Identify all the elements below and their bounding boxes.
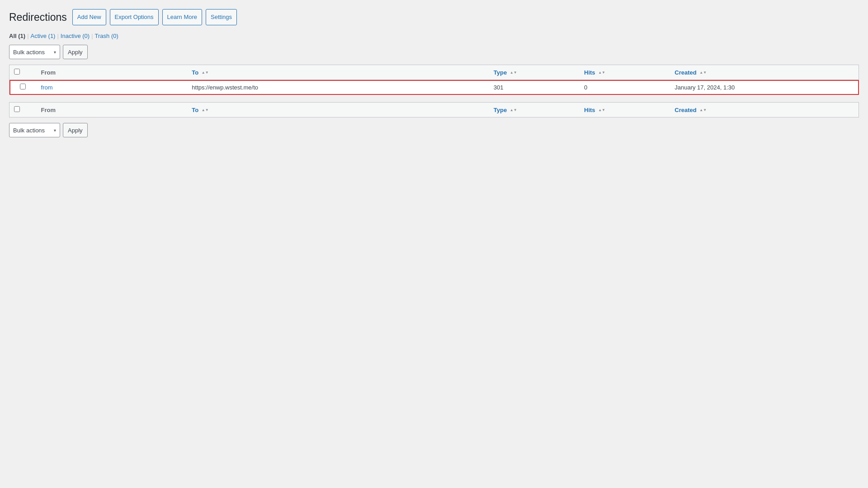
top-apply-button[interactable]: Apply: [63, 45, 88, 59]
add-new-button[interactable]: Add New: [72, 9, 106, 25]
select-all-checkbox-bottom[interactable]: [14, 106, 20, 112]
filter-inactive[interactable]: Inactive (0): [61, 33, 90, 39]
filter-links: All (1) | Active (1) | Inactive (0) | Tr…: [9, 33, 859, 39]
bottom-select-all-header[interactable]: [9, 103, 37, 117]
bottom-bulk-actions-chevron-icon: ▾: [54, 128, 56, 133]
bottom-col-header-to[interactable]: To ▲▼: [187, 103, 489, 117]
row-from-link[interactable]: from: [41, 84, 53, 91]
select-all-checkbox-top[interactable]: [14, 69, 20, 75]
filter-all[interactable]: All (1): [9, 33, 25, 39]
filter-active[interactable]: Active (1): [31, 33, 56, 39]
bottom-bulk-actions-select[interactable]: Bulk actions ▾: [9, 123, 60, 137]
select-all-header[interactable]: [9, 65, 37, 80]
row-checkbox[interactable]: [20, 84, 26, 89]
row-from-cell: from: [37, 80, 188, 95]
col-header-from: From: [37, 65, 188, 80]
col-header-hits[interactable]: Hits ▲▼: [580, 65, 670, 80]
settings-button[interactable]: Settings: [206, 9, 237, 25]
top-bulk-actions-chevron-icon: ▾: [54, 50, 56, 55]
hits-sort-icon: ▲▼: [598, 71, 605, 75]
page-title: Redirections: [9, 11, 67, 23]
bottom-apply-button[interactable]: Apply: [63, 123, 88, 137]
bottom-table-section: From To ▲▼ Type ▲▼ Hits ▲▼ Created: [9, 102, 859, 117]
bottom-col-header-type[interactable]: Type ▲▼: [489, 103, 580, 117]
bottom-col-header-from: From: [37, 103, 188, 117]
top-bulk-actions-bar: Bulk actions ▾ Apply: [9, 45, 859, 59]
col-header-created[interactable]: Created ▲▼: [670, 65, 859, 80]
bottom-created-sort-icon: ▲▼: [699, 108, 707, 112]
top-table-section: From To ▲▼ Type ▲▼ Hits ▲▼ Created: [9, 65, 859, 95]
top-bulk-actions-label: Bulk actions: [13, 49, 45, 56]
bottom-col-header-hits[interactable]: Hits ▲▼: [580, 103, 670, 117]
table-row: from https://enwp.wstest.me/to 301 0 Jan…: [9, 80, 859, 95]
redirections-table-top: From To ▲▼ Type ▲▼ Hits ▲▼ Created: [9, 65, 859, 95]
to-sort-icon: ▲▼: [202, 71, 209, 75]
bottom-bulk-actions-bar: Bulk actions ▾ Apply: [9, 123, 859, 137]
row-checkbox-cell[interactable]: [9, 80, 37, 95]
redirections-table-bottom: From To ▲▼ Type ▲▼ Hits ▲▼ Created: [9, 102, 859, 117]
row-to-cell: https://enwp.wstest.me/to: [187, 80, 489, 95]
table-header-row: From To ▲▼ Type ▲▼ Hits ▲▼ Created: [9, 65, 859, 80]
filter-trash[interactable]: Trash (0): [95, 33, 118, 39]
col-header-to[interactable]: To ▲▼: [187, 65, 489, 80]
bottom-to-sort-icon: ▲▼: [202, 108, 209, 112]
row-type-cell: 301: [489, 80, 580, 95]
export-options-button[interactable]: Export Options: [110, 9, 159, 25]
learn-more-button[interactable]: Learn More: [162, 9, 202, 25]
bottom-col-header-created[interactable]: Created ▲▼: [670, 103, 859, 117]
type-sort-icon: ▲▼: [510, 71, 517, 75]
row-hits-cell: 0: [580, 80, 670, 95]
bottom-hits-sort-icon: ▲▼: [598, 108, 605, 112]
top-bulk-actions-select[interactable]: Bulk actions ▾: [9, 45, 60, 59]
col-header-type[interactable]: Type ▲▼: [489, 65, 580, 80]
row-created-cell: January 17, 2024, 1:30: [670, 80, 859, 95]
created-sort-icon: ▲▼: [699, 71, 707, 75]
bottom-table-header-row: From To ▲▼ Type ▲▼ Hits ▲▼ Created: [9, 103, 859, 117]
bottom-type-sort-icon: ▲▼: [510, 108, 517, 112]
bottom-bulk-actions-label: Bulk actions: [13, 127, 45, 134]
